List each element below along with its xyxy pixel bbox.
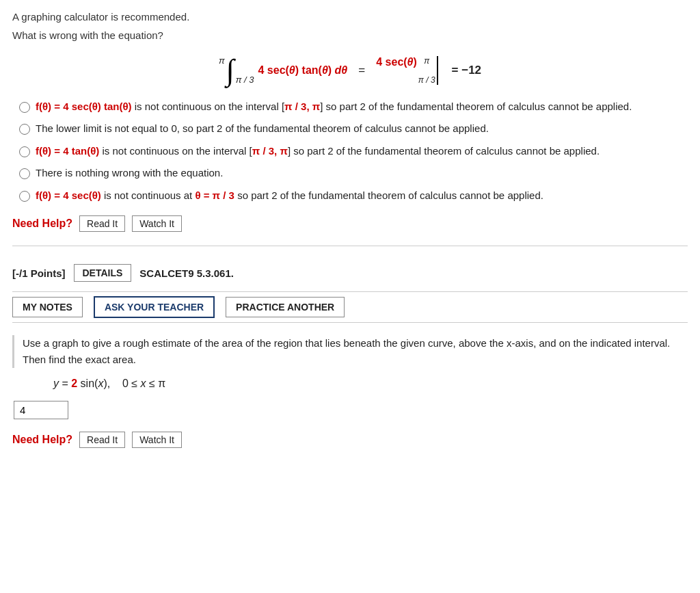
- page-container: A graphing calculator is recommended. Wh…: [0, 0, 700, 459]
- intro-line2: What is wrong with the equation?: [12, 29, 688, 41]
- math-line2: y = 2 sin(x), 0 ≤ x ≤ π: [53, 378, 688, 390]
- integral-upper-limit: π: [219, 55, 225, 85]
- need-help-top: Need Help? Read It Watch It: [12, 215, 688, 232]
- practice-another-button[interactable]: PRACTICE ANOTHER: [226, 297, 345, 317]
- equation-result: = −12: [452, 64, 482, 77]
- integral-expression: π ∫ π / 3 4 sec(θ) tan(θ) dθ: [219, 55, 347, 85]
- choice-3[interactable]: f(θ) = 4 tan(θ) is not continuous on the…: [19, 144, 688, 159]
- choice-2[interactable]: The lower limit is not equal to 0, so pa…: [19, 121, 688, 137]
- intro-line1: A graphing calculator is recommended.: [12, 11, 688, 23]
- radio-3[interactable]: [19, 146, 30, 157]
- choice-1[interactable]: f(θ) = 4 sec(θ) tan(θ) is not continuous…: [19, 99, 688, 115]
- watch-it-button-bottom[interactable]: Watch It: [132, 432, 182, 448]
- math-equation: π ∫ π / 3 4 sec(θ) tan(θ) dθ =: [12, 53, 688, 85]
- radio-1[interactable]: [19, 102, 30, 113]
- answer-input[interactable]: [14, 401, 68, 419]
- math-equation-2: y = 2 sin(x), 0 ≤ x ≤ π: [53, 378, 165, 389]
- need-help-label-bottom: Need Help?: [12, 434, 72, 446]
- points-row: [-/1 Points] DETAILS SCALCET9 5.3.061.: [12, 264, 688, 282]
- radio-2[interactable]: [19, 124, 30, 135]
- choice-5-text: f(θ) = 4 sec(θ) is not continuous at θ =…: [36, 188, 688, 204]
- integral-lower-limit: π / 3: [236, 55, 254, 85]
- my-notes-button[interactable]: MY NOTES: [12, 297, 83, 317]
- top-section: A graphing calculator is recommended. Wh…: [12, 11, 688, 246]
- rhs-bracket: π π / 3: [418, 56, 438, 85]
- integrand: 4 sec(θ) tan(θ) dθ: [258, 64, 347, 77]
- choice-4-text: There is nothing wrong with the equation…: [36, 166, 688, 181]
- choice-2-text: The lower limit is not equal to 0, so pa…: [36, 121, 688, 137]
- rhs-upper: π: [418, 56, 435, 66]
- need-help-label-top: Need Help?: [12, 218, 72, 230]
- watch-it-button-top[interactable]: Watch It: [132, 215, 182, 232]
- choice-1-text: f(θ) = 4 sec(θ) tan(θ) is not continuous…: [36, 99, 688, 115]
- read-it-button-bottom[interactable]: Read It: [79, 432, 125, 448]
- details-button[interactable]: DETAILS: [74, 264, 132, 282]
- problem2-description: Use a graph to give a rough estimate of …: [12, 335, 688, 368]
- radio-5[interactable]: [19, 191, 30, 202]
- ask-teacher-button[interactable]: ASK YOUR TEACHER: [94, 296, 215, 318]
- rhs-lower: π / 3: [418, 75, 435, 85]
- rhs-expression: 4 sec(θ) π π / 3: [376, 56, 438, 85]
- rhs-func: 4 sec(θ): [376, 56, 417, 68]
- equals-sign: =: [358, 64, 365, 77]
- bottom-section: [-/1 Points] DETAILS SCALCET9 5.3.061. M…: [12, 257, 688, 448]
- need-help-bottom: Need Help? Read It Watch It: [12, 432, 688, 448]
- choice-3-text: f(θ) = 4 tan(θ) is not continuous on the…: [36, 144, 688, 159]
- problem2-text: Use a graph to give a rough estimate of …: [23, 337, 670, 365]
- notes-row: MY NOTES ASK YOUR TEACHER PRACTICE ANOTH…: [12, 291, 688, 323]
- choice-4[interactable]: There is nothing wrong with the equation…: [19, 166, 688, 181]
- integral-symbol: ∫: [226, 55, 234, 85]
- problem-code: SCALCET9 5.3.061.: [139, 267, 234, 279]
- read-it-button-top[interactable]: Read It: [79, 215, 125, 232]
- choice-5[interactable]: f(θ) = 4 sec(θ) is not continuous at θ =…: [19, 188, 688, 204]
- radio-4[interactable]: [19, 168, 30, 179]
- points-label: [-/1 Points]: [12, 267, 66, 279]
- choices-container: f(θ) = 4 sec(θ) tan(θ) is not continuous…: [19, 99, 688, 204]
